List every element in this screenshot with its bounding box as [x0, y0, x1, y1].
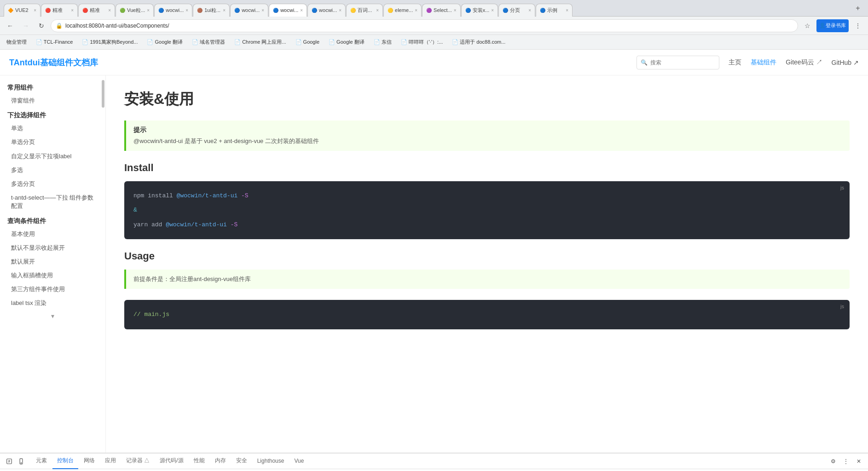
tab-close-icon[interactable]: ×: [491, 8, 494, 13]
bookmark-google-translate[interactable]: 📄 Google 翻译: [326, 38, 367, 46]
tab-baicheck[interactable]: 🟡百词...×: [346, 4, 383, 17]
bookmark-1991[interactable]: 📄 1991萬家狗Beyond...: [79, 38, 140, 46]
nav-gitee[interactable]: Gitee码云 ↗: [786, 58, 822, 67]
tab-close-icon[interactable]: ×: [376, 8, 379, 13]
sidebar-item-basic[interactable]: 基本使用: [0, 227, 105, 241]
forward-button[interactable]: →: [19, 19, 32, 32]
sidebar-item-single-page[interactable]: 单选分页: [0, 135, 105, 149]
sidebar-item-config[interactable]: t-antd-select——下拉 组件参数配置: [0, 191, 105, 213]
bookmark-google[interactable]: 📄 Google: [293, 38, 323, 46]
devtools-tab-vue[interactable]: Vue: [289, 454, 308, 469]
tab-close-icon[interactable]: ×: [108, 8, 111, 13]
tab-close-icon[interactable]: ×: [34, 8, 36, 13]
bookmark-button[interactable]: ☆: [801, 19, 814, 32]
sidebar-item-no-collapse[interactable]: 默认不显示收起展开: [0, 241, 105, 255]
tab-wocwin1[interactable]: 🔵wocwi...×: [154, 4, 192, 17]
devtools-tab-security[interactable]: 安全: [231, 454, 252, 469]
bookmark-property[interactable]: 物业管理: [4, 38, 29, 46]
tab-close-icon[interactable]: ×: [454, 8, 457, 13]
devtools-tab-lighthouse[interactable]: Lighthouse: [253, 454, 289, 469]
tab-vue2[interactable]: 🔶VUE2×: [4, 4, 41, 17]
bookmark-dongxin[interactable]: 📄 东信: [371, 38, 394, 46]
hint-title: 提示: [133, 126, 842, 134]
tab-close-icon[interactable]: ×: [339, 8, 341, 13]
sidebar-item-multi[interactable]: 多选: [0, 163, 105, 177]
bookmark-domain[interactable]: 📄 域名管理器: [189, 38, 228, 46]
tab-element[interactable]: 🟡eleme...×: [383, 4, 422, 17]
bookmark-tcl[interactable]: 📄 TCL-Finance: [33, 38, 75, 46]
tab-pagination[interactable]: 🔵分页×: [498, 4, 535, 17]
sidebar-item-event[interactable]: 第三方组件事件使用: [0, 282, 105, 296]
tab-wocwin3[interactable]: 🔵wocwi...×: [307, 4, 346, 17]
scrollbar-thumb[interactable]: [102, 80, 104, 108]
tab-wocwin2[interactable]: 🔵wocwi...×: [230, 4, 268, 17]
settings-button[interactable]: ⋮: [851, 19, 864, 32]
bookmark-chrome-apps[interactable]: 📄 Chrome 网上应用...: [231, 38, 289, 46]
sidebar-item-multi-page[interactable]: 多选分页: [0, 177, 105, 191]
devtools-device-button[interactable]: [16, 456, 27, 467]
tab-close-icon[interactable]: ×: [566, 8, 568, 13]
devtools-tab-elements[interactable]: 元素: [31, 454, 52, 469]
new-tab-button[interactable]: +: [851, 2, 864, 15]
sidebar-item-modal[interactable]: 弹窗组件: [0, 94, 105, 108]
code-line-amp: &: [133, 205, 840, 215]
extension-button[interactable]: 👤登录书库: [816, 19, 849, 32]
tab-close-icon[interactable]: ×: [528, 8, 531, 13]
tab-close-icon[interactable]: ×: [415, 8, 417, 13]
tab-install[interactable]: 🔵安装x...×: [461, 4, 498, 17]
tab-close-icon[interactable]: ×: [261, 8, 264, 13]
tab-close-icon[interactable]: ×: [147, 8, 150, 13]
devtools-tab-memory[interactable]: 内存: [210, 454, 231, 469]
devtools-tab-console[interactable]: 控制台: [52, 454, 78, 469]
sidebar-item-slot[interactable]: 输入框插槽使用: [0, 269, 105, 282]
sidebar-item-label-tsx[interactable]: label tsx 渲染: [0, 296, 105, 310]
devtools-settings-button[interactable]: ⚙: [827, 456, 839, 467]
search-box[interactable]: 🔍: [637, 56, 719, 69]
bookmark-translate[interactable]: 📄 Google 翻译: [144, 38, 185, 46]
bookmark-doc88[interactable]: 📄 适用于 doc88.com...: [449, 38, 508, 46]
sidebar-item-custom-label[interactable]: 自定义显示下拉项label: [0, 149, 105, 163]
tab-wocwin-active[interactable]: 🔵wocwi...×: [269, 4, 307, 17]
tab-close-icon[interactable]: ×: [223, 8, 226, 13]
address-input-box[interactable]: 🔒 localhost:8080/t-antd-ui/baseComponent…: [51, 19, 798, 32]
tab-example[interactable]: 🔵示例×: [536, 4, 573, 17]
tab-close-icon[interactable]: ×: [300, 8, 303, 13]
tab-1ui[interactable]: 🟤1ui粒...×: [193, 4, 230, 17]
devtools-inspect-button[interactable]: [4, 456, 15, 467]
code-amp-symbol: &: [133, 207, 137, 213]
code-lang-label: js: [840, 185, 844, 190]
devtools-tab-app[interactable]: 应用: [100, 454, 121, 469]
tab-vue-particle[interactable]: 🟢Vue粒...×: [116, 4, 154, 17]
sidebar-item-expand[interactable]: 默认展开: [0, 255, 105, 269]
tab-close-icon[interactable]: ×: [71, 8, 74, 13]
devtools-tab-performance[interactable]: 性能: [189, 454, 209, 469]
tab-3[interactable]: 🔴精准×: [78, 4, 115, 17]
nav-home[interactable]: 主页: [729, 58, 741, 67]
devtools-tab-sources[interactable]: 源代码/源: [155, 454, 188, 469]
devtools-tab-recorder[interactable]: 记录器 △: [122, 454, 154, 469]
tab-2[interactable]: 🔴精准×: [41, 4, 78, 17]
bookmarks-bar: 物业管理 📄 TCL-Finance 📄 1991萬家狗Beyond... 📄 …: [0, 35, 868, 50]
nav-components[interactable]: 基础组件: [751, 58, 776, 67]
svg-point-2: [21, 462, 21, 463]
sidebar-item-single[interactable]: 单选: [0, 121, 105, 135]
tab-select[interactable]: 🟣Select...×: [422, 4, 461, 17]
code-npm-command: npm install: [133, 192, 177, 199]
sidebar-section-query: 查询条件组件 基本使用 默认不显示收起展开 默认展开 输入框插槽使用 第三方组件…: [0, 213, 105, 322]
code-yarn-flag: -S: [227, 221, 237, 228]
usage-title: Usage: [124, 250, 850, 262]
reload-button[interactable]: ↻: [35, 19, 48, 32]
sidebar-section-title-common: 常用组件: [0, 80, 105, 94]
nav-github[interactable]: GitHub ↗: [832, 59, 859, 66]
bookmark-mie[interactable]: 📄 咩咩咩（'·'）:...: [398, 38, 446, 46]
devtools-more-button[interactable]: ⋮: [840, 456, 851, 467]
site-header: TAntdui基础组件文档库 🔍 主页 基础组件 Gitee码云 ↗ GitHu…: [0, 50, 868, 75]
tab-bar[interactable]: 🔶VUE2× 🔴精准× 🔴精准× 🟢Vue粒...× 🔵wocwi...× 🟤1…: [0, 0, 868, 17]
usage-hint-text: 前提条件是：全局注册ant-design-vue组件库: [133, 275, 842, 283]
back-button[interactable]: ←: [4, 19, 17, 32]
devtools-tab-network[interactable]: 网络: [79, 454, 99, 469]
devtools-close-button[interactable]: ✕: [853, 456, 864, 467]
search-input[interactable]: [650, 59, 715, 66]
sidebar-section-select: 下拉选择组件 单选 单选分页 自定义显示下拉项label 多选 多选分页 t-a…: [0, 108, 105, 213]
tab-close-icon[interactable]: ×: [185, 8, 188, 13]
